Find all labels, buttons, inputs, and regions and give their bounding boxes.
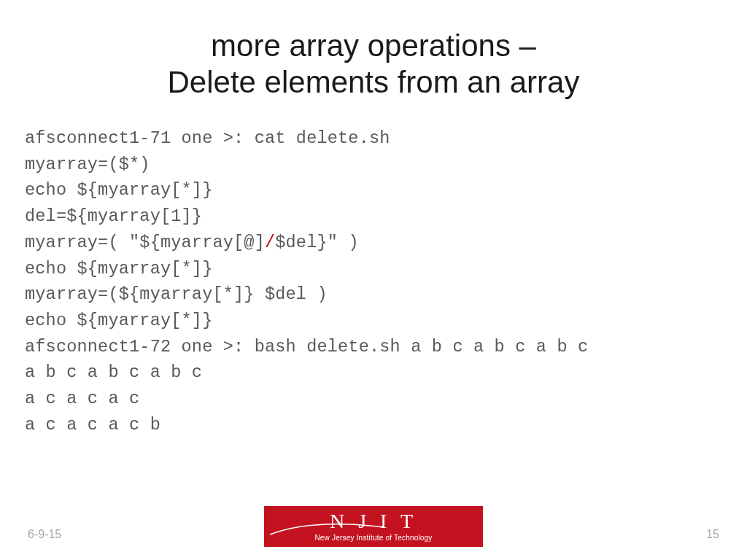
title-line-1: more array operations – xyxy=(211,28,536,63)
code-line: myarray=( "${myarray[@]/$del}" ) xyxy=(25,230,722,256)
code-line: echo ${myarray[*]} xyxy=(25,177,722,203)
code-line: a c a c a c xyxy=(25,386,722,412)
code-block: afsconnect1-71 one >: cat delete.sh myar… xyxy=(25,125,722,438)
page-number: 15 xyxy=(706,528,719,541)
code-line: afsconnect1-72 one >: bash delete.sh a b… xyxy=(25,334,722,360)
code-line: myarray=($*) xyxy=(25,152,722,178)
title-line-2: Delete elements from an array xyxy=(168,65,580,99)
code-line: a c a c a c b xyxy=(25,412,722,438)
logo-text: N J I T xyxy=(330,511,417,532)
footer: 6-9-15 N J I T New Jersey Institute of T… xyxy=(0,515,747,547)
logo-subtext: New Jersey Institute of Technology xyxy=(314,534,432,542)
code-line: myarray=(${myarray[*]} $del ) xyxy=(25,281,722,308)
code-line: afsconnect1-71 one >: cat delete.sh xyxy=(25,125,722,152)
footer-date: 6-9-15 xyxy=(28,528,61,541)
code-line: echo ${myarray[*]} xyxy=(25,256,722,282)
code-seg-red: / xyxy=(265,233,275,252)
code-line: a b c a b c a b c xyxy=(25,359,722,386)
slide-title: more array operations – Delete elements … xyxy=(0,0,747,100)
code-line: del=${myarray[1]} xyxy=(25,203,722,230)
code-seg: myarray=( "${myarray[@] xyxy=(25,233,265,252)
slide: more array operations – Delete elements … xyxy=(0,0,747,560)
code-seg: $del}" ) xyxy=(275,233,358,252)
njit-logo: N J I T New Jersey Institute of Technolo… xyxy=(264,506,483,547)
code-line: echo ${myarray[*]} xyxy=(25,308,722,334)
